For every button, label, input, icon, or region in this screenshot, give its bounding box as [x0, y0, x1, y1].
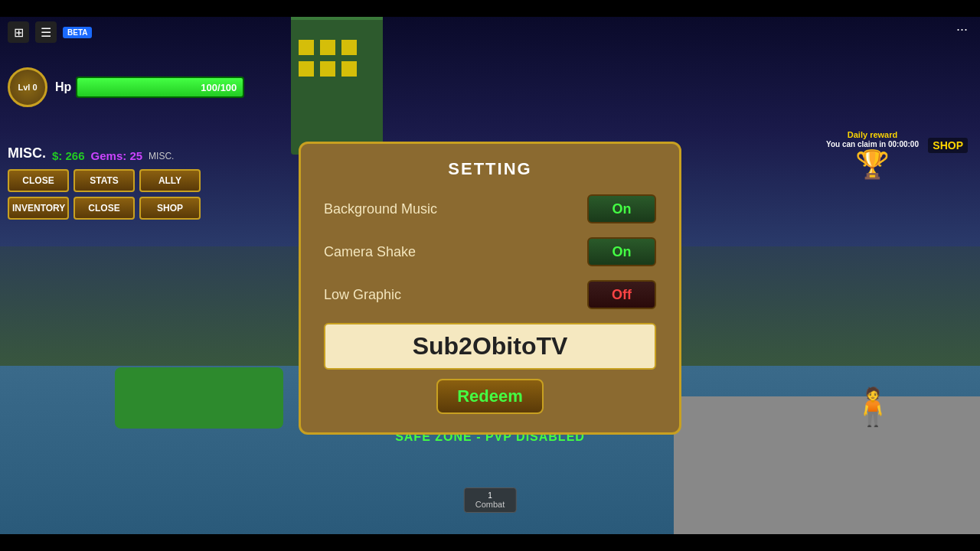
window [299, 40, 314, 55]
redeem-button[interactable]: Redeem [436, 379, 544, 414]
background-building [291, 17, 383, 155]
level-badge: Lvl 0 [8, 67, 47, 107]
hp-bar-container: Hp 100/100 [55, 77, 244, 98]
hp-text: 100/100 [201, 82, 237, 93]
combat-slot: 1 Combat [464, 487, 517, 513]
gems-display: Gems: 25 [91, 149, 143, 162]
hud-button-grid: CLOSE STATS ALLY INVENTORY CLOSE SHOP [8, 169, 201, 220]
grass-patch [115, 367, 283, 429]
camera-shake-label: Camera Shake [324, 244, 416, 260]
shop-label-right[interactable]: SHOP [928, 138, 968, 153]
money-display: $: 266 [52, 149, 85, 162]
bg-music-toggle[interactable]: On [587, 194, 656, 223]
window [341, 61, 357, 77]
window [320, 61, 335, 77]
low-graphic-label: Low Graphic [324, 287, 401, 303]
daily-reward-label: Daily reward [848, 130, 897, 139]
ally-button[interactable]: ALLY [139, 169, 201, 192]
settings-modal: SETTING Background Music On Camera Shake… [299, 142, 681, 435]
daily-reward-area: Daily reward You can claim in 00:00:00 🏆 [826, 130, 919, 181]
window [320, 40, 335, 55]
daily-reward-timer: You can claim in 00:00:00 [826, 140, 919, 148]
inventory-button[interactable]: INVENTORY [8, 197, 69, 220]
misc-section: MISC. $: 266 Gems: 25 MISC. CLOSE STATS … [8, 145, 201, 220]
close-button-2[interactable]: CLOSE [74, 197, 135, 220]
stats-button[interactable]: STATS [74, 169, 135, 192]
more-options-button[interactable]: ··· [956, 21, 968, 37]
roblox-toolbar: ⊞ ☰ BETA [8, 21, 92, 43]
code-input-field[interactable] [338, 332, 642, 360]
roblox-logo-icon[interactable]: ⊞ [8, 21, 29, 43]
shop-button[interactable]: SHOP [139, 197, 201, 220]
combat-slot-number: 1 [475, 491, 505, 500]
misc-tag: MISC. [149, 151, 174, 161]
settings-title: SETTING [324, 159, 656, 179]
hp-label: Hp [55, 80, 71, 94]
hp-bar: 100/100 [76, 77, 244, 98]
ground-right [674, 396, 980, 534]
chest-icon[interactable]: 🏆 [826, 148, 919, 181]
bg-music-row: Background Music On [324, 194, 656, 223]
player-sprite: 🧍 [850, 386, 896, 429]
beta-badge: BETA [63, 27, 92, 38]
window [299, 61, 314, 77]
combat-slot-label: Combat [475, 500, 505, 509]
window [341, 40, 357, 55]
code-input-container[interactable] [324, 323, 656, 370]
chat-icon[interactable]: ☰ [35, 21, 57, 43]
building-windows [299, 40, 357, 77]
low-graphic-toggle[interactable]: Off [587, 280, 656, 309]
bg-music-label: Background Music [324, 201, 437, 217]
combat-bar: 1 Combat [464, 487, 517, 513]
misc-label: MISC. [8, 145, 46, 161]
black-bar-bottom [0, 534, 980, 551]
camera-shake-toggle[interactable]: On [587, 237, 656, 266]
close-button-1[interactable]: CLOSE [8, 169, 69, 192]
black-bar-top [0, 0, 980, 17]
hud-health-area: Lvl 0 Hp 100/100 [8, 67, 244, 107]
camera-shake-row: Camera Shake On [324, 237, 656, 266]
low-graphic-row: Low Graphic Off [324, 280, 656, 309]
